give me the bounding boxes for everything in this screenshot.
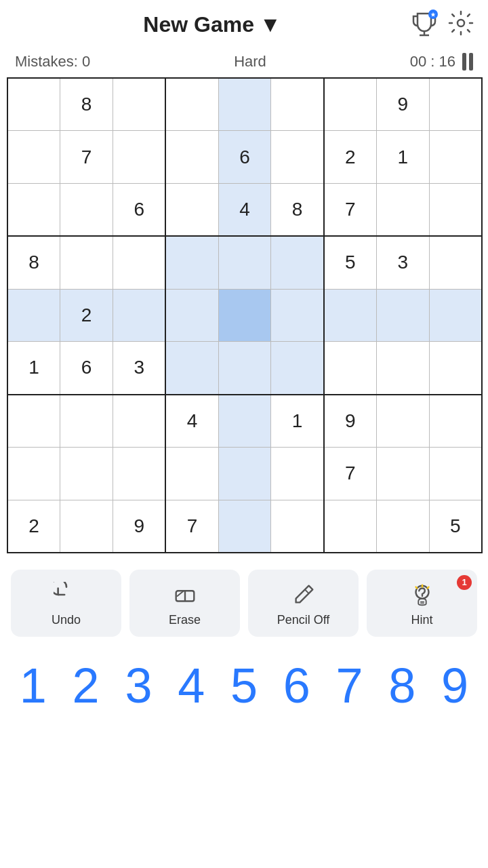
numpad-button-7[interactable]: 7 <box>325 661 373 710</box>
table-row[interactable]: 3 <box>113 342 166 395</box>
table-row[interactable]: 6 <box>113 184 166 237</box>
table-row[interactable]: 2 <box>60 289 113 342</box>
numpad-button-8[interactable]: 8 <box>378 661 426 710</box>
table-row[interactable] <box>113 236 166 289</box>
table-row[interactable] <box>324 500 377 553</box>
numpad-button-2[interactable]: 2 <box>62 661 110 710</box>
svg-line-17 <box>427 587 428 588</box>
table-row[interactable] <box>218 78 271 131</box>
table-row[interactable]: 8 <box>60 78 113 131</box>
table-row[interactable]: 7 <box>324 447 377 500</box>
table-row[interactable] <box>376 500 429 553</box>
table-row[interactable] <box>113 78 166 131</box>
table-row[interactable]: 3 <box>376 236 429 289</box>
hint-button[interactable]: 1 Hint <box>367 570 477 637</box>
table-row[interactable]: 9 <box>113 500 166 553</box>
table-row[interactable] <box>271 236 324 289</box>
table-row[interactable] <box>113 447 166 500</box>
table-row[interactable]: 7 <box>60 131 113 184</box>
table-row[interactable] <box>376 447 429 500</box>
pencil-button[interactable]: Pencil Off <box>248 570 359 637</box>
table-row[interactable] <box>218 236 271 289</box>
table-row[interactable] <box>7 289 60 342</box>
table-row[interactable] <box>271 289 324 342</box>
table-row[interactable] <box>113 289 166 342</box>
table-row[interactable]: 1 <box>7 342 60 395</box>
settings-button[interactable] <box>447 9 474 39</box>
table-row[interactable] <box>324 78 377 131</box>
table-row[interactable] <box>429 78 482 131</box>
table-row[interactable]: 2 <box>324 131 377 184</box>
table-row[interactable] <box>218 289 271 342</box>
numpad-button-3[interactable]: 3 <box>114 661 163 710</box>
table-row[interactable] <box>271 447 324 500</box>
table-row[interactable] <box>7 395 60 448</box>
table-row[interactable] <box>113 395 166 448</box>
table-row[interactable]: 7 <box>324 184 377 237</box>
table-row[interactable] <box>7 78 60 131</box>
table-row[interactable] <box>165 131 218 184</box>
table-row[interactable]: 7 <box>165 500 218 553</box>
table-row[interactable]: 6 <box>60 342 113 395</box>
table-row[interactable] <box>165 184 218 237</box>
table-row[interactable] <box>165 78 218 131</box>
table-row[interactable] <box>60 236 113 289</box>
table-row[interactable] <box>324 342 377 395</box>
table-row[interactable]: 1 <box>271 395 324 448</box>
table-row[interactable] <box>429 131 482 184</box>
table-row[interactable]: 8 <box>7 236 60 289</box>
table-row[interactable] <box>218 395 271 448</box>
table-row[interactable] <box>7 184 60 237</box>
table-row[interactable] <box>165 447 218 500</box>
table-row[interactable] <box>324 289 377 342</box>
table-row[interactable]: 1 <box>376 131 429 184</box>
table-row[interactable] <box>271 78 324 131</box>
table-row[interactable] <box>165 289 218 342</box>
undo-button[interactable]: Undo <box>11 570 121 637</box>
table-row[interactable] <box>165 236 218 289</box>
table-row[interactable] <box>429 447 482 500</box>
table-row[interactable] <box>429 236 482 289</box>
table-row[interactable] <box>218 447 271 500</box>
table-row[interactable] <box>429 342 482 395</box>
table-row[interactable] <box>165 342 218 395</box>
table-row[interactable] <box>7 131 60 184</box>
table-row[interactable] <box>7 447 60 500</box>
table-row[interactable] <box>271 342 324 395</box>
pause-icon[interactable] <box>462 53 473 71</box>
erase-button[interactable]: Erase <box>129 570 240 637</box>
table-row[interactable]: 4 <box>218 184 271 237</box>
table-row[interactable] <box>218 500 271 553</box>
table-row[interactable] <box>271 131 324 184</box>
table-row[interactable] <box>113 131 166 184</box>
table-row[interactable]: 2 <box>7 500 60 553</box>
table-row[interactable] <box>60 184 113 237</box>
table-row[interactable]: 8 <box>271 184 324 237</box>
numpad-button-4[interactable]: 4 <box>167 661 216 710</box>
table-row[interactable]: 4 <box>165 395 218 448</box>
new-game-button[interactable]: New Game ▼ <box>143 12 281 37</box>
numpad-button-5[interactable]: 5 <box>220 661 268 710</box>
table-row[interactable]: 5 <box>429 500 482 553</box>
table-row[interactable] <box>376 395 429 448</box>
table-row[interactable] <box>376 342 429 395</box>
table-row[interactable] <box>60 395 113 448</box>
table-row[interactable] <box>429 184 482 237</box>
table-row[interactable] <box>429 289 482 342</box>
numpad-button-1[interactable]: 1 <box>9 661 58 710</box>
table-row[interactable]: 9 <box>324 395 377 448</box>
table-row[interactable] <box>376 289 429 342</box>
table-row[interactable] <box>271 500 324 553</box>
numpad-button-6[interactable]: 6 <box>272 661 321 710</box>
table-row[interactable]: 9 <box>376 78 429 131</box>
trophy-button[interactable] <box>411 9 438 39</box>
table-row[interactable] <box>429 395 482 448</box>
numpad-button-9[interactable]: 9 <box>430 661 479 710</box>
sudoku-grid[interactable]: 8976216487853216341972975 <box>7 77 483 553</box>
table-row[interactable]: 6 <box>218 131 271 184</box>
table-row[interactable] <box>376 184 429 237</box>
table-row[interactable]: 5 <box>324 236 377 289</box>
table-row[interactable] <box>60 500 113 553</box>
table-row[interactable] <box>60 447 113 500</box>
table-row[interactable] <box>218 342 271 395</box>
